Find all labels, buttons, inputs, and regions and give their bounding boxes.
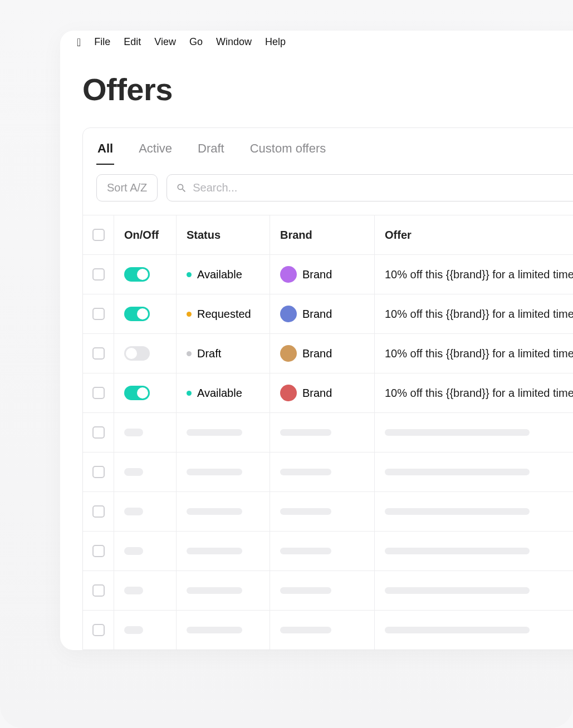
table-header-row: On/Off Status Brand Offer <box>83 215 573 254</box>
skeleton-bar <box>187 469 242 475</box>
checkbox[interactable] <box>92 308 105 320</box>
skeleton-cell <box>177 532 270 570</box>
menubar:  File Edit View Go Window Help <box>60 31 573 58</box>
checkbox[interactable] <box>92 505 105 518</box>
row-select[interactable] <box>83 334 114 373</box>
checkbox[interactable] <box>92 347 105 360</box>
row-select[interactable] <box>83 373 114 412</box>
offer-text: 10% off this {{brand}} for a limited tim… <box>385 308 573 321</box>
skeleton-bar <box>280 548 331 554</box>
skeleton-cell <box>375 532 573 570</box>
toggle[interactable] <box>124 386 150 400</box>
table-row: RequestedBrand10% off this {{brand}} for… <box>83 294 573 333</box>
row-brand-cell: Brand <box>270 334 375 373</box>
tab-all[interactable]: All <box>96 137 114 165</box>
row-select[interactable] <box>83 255 114 294</box>
toggle[interactable] <box>124 346 150 361</box>
tab-draft[interactable]: Draft <box>197 137 226 165</box>
menu-view[interactable]: View <box>154 36 176 48</box>
skeleton-bar <box>385 508 530 515</box>
row-select[interactable] <box>83 413 114 452</box>
table-row-skeleton <box>83 452 573 491</box>
row-brand-cell: Brand <box>270 373 375 412</box>
search-field-wrap[interactable] <box>166 174 573 201</box>
row-status-cell: Available <box>177 255 270 294</box>
checkbox[interactable] <box>92 229 105 241</box>
skeleton-bar <box>124 626 143 634</box>
menu-edit[interactable]: Edit <box>124 36 141 48</box>
skeleton-cell <box>177 452 270 491</box>
skeleton-bar <box>385 587 530 594</box>
brand-label: Brand <box>302 347 332 360</box>
table-row: AvailableBrand10% off this {{brand}} for… <box>83 254 573 294</box>
table-row-skeleton <box>83 491 573 531</box>
checkbox[interactable] <box>92 624 105 636</box>
apple-icon[interactable]:  <box>77 37 81 48</box>
status-label: Available <box>197 387 242 400</box>
skeleton-cell <box>177 492 270 531</box>
skeleton-bar <box>187 587 242 594</box>
header-offer: Offer <box>375 215 573 254</box>
table-row-skeleton <box>83 531 573 570</box>
row-select[interactable] <box>83 452 114 491</box>
row-select[interactable] <box>83 294 114 333</box>
offer-text: 10% off this {{brand}} for a limited tim… <box>385 268 573 281</box>
status-label: Draft <box>197 347 221 360</box>
tab-active[interactable]: Active <box>138 137 173 165</box>
brand-label: Brand <box>302 268 332 281</box>
row-toggle-cell <box>114 255 177 294</box>
menu-file[interactable]: File <box>94 36 110 48</box>
header-status: Status <box>177 215 270 254</box>
row-brand-cell: Brand <box>270 294 375 333</box>
row-brand-cell: Brand <box>270 255 375 294</box>
row-toggle-cell <box>114 294 177 333</box>
row-select[interactable] <box>83 532 114 570</box>
menu-window[interactable]: Window <box>216 36 252 48</box>
header-brand: Brand <box>270 215 375 254</box>
checkbox[interactable] <box>92 387 105 399</box>
sort-button[interactable]: Sort A/Z <box>96 174 158 201</box>
row-status-cell: Requested <box>177 294 270 333</box>
status-dot-icon <box>187 272 192 277</box>
skeleton-bar <box>280 627 331 633</box>
status-label: Available <box>197 268 242 281</box>
checkbox[interactable] <box>92 584 105 597</box>
row-offer-cell: 10% off this {{brand}} for a limited tim… <box>375 294 573 333</box>
status-dot-icon <box>187 312 192 317</box>
brand-label: Brand <box>302 387 332 400</box>
table-row: AvailableBrand10% off this {{brand}} for… <box>83 373 573 412</box>
skeleton-bar <box>124 468 143 476</box>
checkbox[interactable] <box>92 268 105 281</box>
skeleton-cell <box>270 492 375 531</box>
checkbox[interactable] <box>92 466 105 478</box>
search-input[interactable] <box>193 175 573 201</box>
row-select[interactable] <box>83 492 114 531</box>
skeleton-bar <box>124 429 143 436</box>
row-select[interactable] <box>83 611 114 650</box>
checkbox[interactable] <box>92 426 105 439</box>
skeleton-cell <box>375 452 573 491</box>
skeleton-cell <box>114 413 177 452</box>
offer-text: 10% off this {{brand}} for a limited tim… <box>385 387 573 400</box>
toggle[interactable] <box>124 267 150 282</box>
tabs: All Active Draft Custom offers <box>83 137 573 165</box>
skeleton-cell <box>114 492 177 531</box>
table-row-skeleton <box>83 412 573 452</box>
skeleton-cell <box>177 571 270 610</box>
row-offer-cell: 10% off this {{brand}} for a limited tim… <box>375 373 573 412</box>
tab-custom-offers[interactable]: Custom offers <box>249 137 327 165</box>
menu-go[interactable]: Go <box>189 36 203 48</box>
skeleton-bar <box>385 429 530 436</box>
skeleton-cell <box>270 611 375 650</box>
header-select-all[interactable] <box>83 215 114 254</box>
skeleton-cell <box>114 571 177 610</box>
checkbox[interactable] <box>92 545 105 557</box>
skeleton-bar <box>187 508 242 515</box>
skeleton-cell <box>114 532 177 570</box>
toggle[interactable] <box>124 307 150 321</box>
controls-row: Sort A/Z <box>83 165 573 215</box>
menu-help[interactable]: Help <box>265 36 286 48</box>
row-offer-cell: 10% off this {{brand}} for a limited tim… <box>375 255 573 294</box>
row-select[interactable] <box>83 571 114 610</box>
table-row-skeleton <box>83 610 573 650</box>
